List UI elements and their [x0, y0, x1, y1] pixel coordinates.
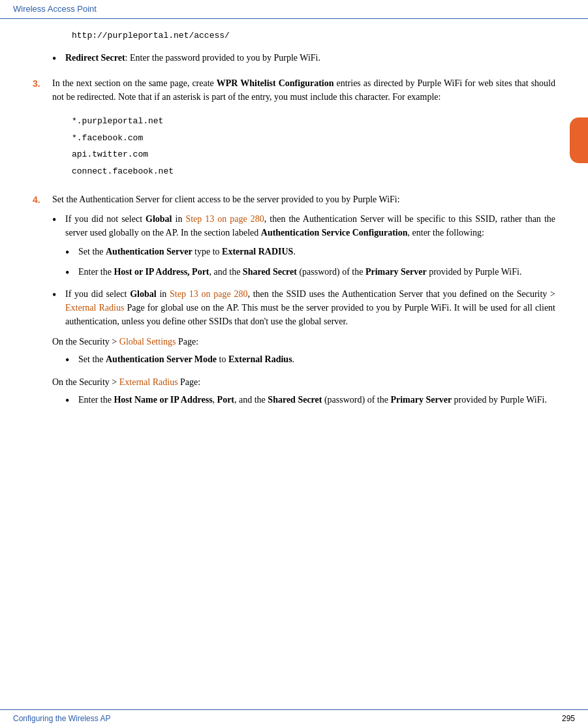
sub-bullet-auth-mode: • Set the Authentication Server Mode to … [33, 352, 555, 369]
sub-bullet-dot-4: • [65, 393, 76, 409]
wpr-whitelist-bold: WPR Whitelist Configuration [217, 78, 334, 88]
global-bold-2: Global [130, 289, 156, 299]
shared-secret-bold-1: Shared Secret [243, 267, 297, 277]
page-container: Wireless Access Point http://purpleporta… [0, 0, 588, 727]
bullet-redirect-secret: • Redirect Secret: Enter the password pr… [33, 51, 555, 67]
sub-bullet-host-ip: • Enter the Host or IP Address, Port, an… [33, 265, 555, 281]
auth-server-mode-bold: Authentication Server Mode [106, 354, 217, 364]
item-4-number: 4. [33, 193, 52, 207]
host-name-bold: Host Name or IP Address [114, 395, 212, 405]
bullet-not-global: • If you did not select Global in Step 1… [33, 212, 555, 240]
sub-bullet-dot-1: • [65, 245, 76, 261]
url-line: http://purpleportal.net/access/ [33, 25, 555, 46]
external-radius-link-2[interactable]: External Radius [119, 377, 178, 387]
page-footer: Configuring the Wireless AP 295 [0, 709, 588, 727]
host-ip-bold: Host or IP Address, Port [114, 267, 209, 277]
item-3-content: In the next section on the same page, cr… [52, 76, 555, 104]
auth-server-bold: Authentication Server [106, 247, 193, 256]
on-security-global: On the Security > Global Settings Page: [33, 335, 555, 348]
orange-tab [570, 117, 588, 163]
footer-left: Configuring the Wireless AP [13, 713, 110, 724]
sub-bullet-content-2: Enter the Host or IP Address, Port, and … [78, 265, 555, 279]
sub-bullet-content-4: Enter the Host Name or IP Address, Port,… [78, 393, 555, 407]
bullet-dot-1: • [52, 51, 63, 67]
redirect-secret-text: : Enter the password provided to you by … [125, 53, 320, 63]
external-radius-bold-1: External RADIUS [222, 247, 293, 256]
step13-link-2[interactable]: Step 13 on page 280 [170, 289, 247, 299]
header-title: Wireless Access Point [13, 3, 97, 16]
example-block: *.purpleportal.net *.facebook.com api.tw… [33, 109, 555, 183]
bullet-did-global: • If you did select Global in Step 13 on… [33, 287, 555, 328]
sub-bullet-dot-3: • [65, 352, 76, 369]
port-bold: Port [217, 395, 234, 405]
primary-server-bold-2: Primary Server [390, 395, 452, 405]
numbered-item-4: 4. Set the Authentication Server for cli… [33, 193, 555, 207]
footer-right: 295 [562, 713, 575, 724]
sub-bullet-dot-2: • [65, 265, 76, 281]
item-4-content: Set the Authentication Server for client… [52, 193, 555, 206]
bullet-content-1: Redirect Secret: Enter the password prov… [65, 51, 555, 65]
global-settings-link[interactable]: Global Settings [119, 337, 176, 347]
step13-link-1[interactable]: Step 13 on page 280 [185, 214, 264, 224]
external-radius-bold-2: External Radius [228, 354, 292, 364]
bullet-content-3: If you did select Global in Step 13 on p… [65, 287, 555, 328]
redirect-secret-bold: Redirect Secret [65, 53, 125, 63]
sub-bullet-content-1: Set the Authentication Server type to Ex… [78, 245, 555, 258]
on-security-external: On the Security > External Radius Page: [33, 375, 555, 389]
item-3-number: 3. [33, 76, 52, 91]
global-bold-1: Global [146, 214, 172, 224]
example-2: *.facebook.com [72, 130, 555, 147]
sub-bullet-content-3: Set the Authentication Server Mode to Ex… [78, 352, 555, 366]
example-1: *.purpleportal.net [72, 113, 555, 130]
auth-service-config-bold: Authentication Service Configuration [261, 228, 408, 238]
page-header: Wireless Access Point [0, 0, 588, 19]
sub-bullet-auth-server: • Set the Authentication Server type to … [33, 245, 555, 261]
external-radius-link-1[interactable]: External Radius [65, 303, 124, 313]
primary-server-bold-1: Primary Server [365, 267, 427, 277]
bullet-content-2: If you did not select Global in Step 13 … [65, 212, 555, 240]
example-4: connect.facebook.net [72, 163, 555, 180]
numbered-item-3: 3. In the next section on the same page,… [33, 76, 555, 104]
example-3: api.twitter.com [72, 146, 555, 163]
content-area: http://purpleportal.net/access/ • Redire… [0, 19, 588, 452]
bullet-dot-2: • [52, 212, 63, 228]
bullet-dot-3: • [52, 287, 63, 303]
shared-secret-bold-2: Shared Secret [268, 395, 322, 405]
sub-bullet-hostname: • Enter the Host Name or IP Address, Por… [33, 393, 555, 409]
